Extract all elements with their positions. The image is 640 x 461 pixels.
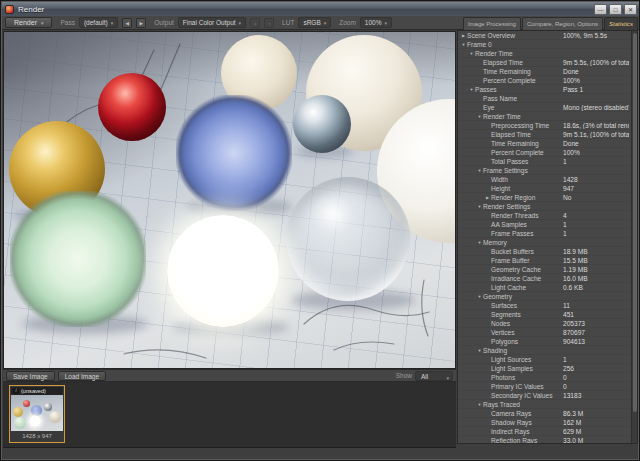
stats-row[interactable]: Light Samples256 [458,364,631,373]
mint-fuzzy-sphere [10,191,146,327]
prev-pass-button[interactable]: ◀ [122,18,132,28]
stats-row[interactable]: Secondary IC Values13183 [458,391,631,400]
scrollbar-thumb[interactable] [633,33,637,412]
load-image-button[interactable]: Load Image [58,371,106,381]
expander-icon[interactable]: ▼ [476,348,483,353]
stats-row[interactable]: ▼Geometry [458,292,631,301]
minimize-button[interactable]: — [594,4,607,15]
stats-row[interactable]: Preprocessing Time18.6s, (3% of total re… [458,121,631,130]
stats-row[interactable]: Shadow Rays162 M [458,418,631,427]
expander-icon[interactable]: ▼ [468,51,475,56]
close-button[interactable]: ✕ [624,4,637,15]
stats-row[interactable]: Indirect Rays629 M [458,427,631,436]
vertical-scrollbar[interactable] [631,31,637,443]
stats-row[interactable]: ▼Render Settings [458,202,631,211]
stats-row[interactable]: Light Cache0.6 KB [458,283,631,292]
output-dropdown[interactable]: Final Color Output ▾ [178,17,246,28]
stats-row[interactable]: ▼Render Time [458,49,631,58]
stats-row[interactable]: Render Threads4 [458,211,631,220]
stats-row[interactable]: ▼Frame Settings [458,166,631,175]
next-pass-button[interactable]: ▶ [136,18,146,28]
stat-value: Done [563,140,629,147]
stats-row[interactable]: ▼Render Time [458,112,631,121]
stat-label: Render Region [491,194,535,201]
stats-row[interactable]: ▼Rays Traced [458,400,631,409]
tab-statistics[interactable]: Statistics [604,17,638,30]
expander-icon[interactable]: ▶ [484,195,491,200]
stats-row[interactable]: Frame Passes1 [458,229,631,238]
bottom-bar: Save Image Load Image Show All ▾ [3,369,456,382]
stats-row[interactable]: Geometry Cache1.19 MB [458,265,631,274]
stats-row[interactable]: Time RemainingDone [458,139,631,148]
stats-row[interactable]: ▶Render RegionNo [458,193,631,202]
stat-label: Frame Passes [491,230,534,237]
expander-icon[interactable]: ▶ [460,33,467,38]
stats-row[interactable]: Irradiance Cache16.0 MB [458,274,631,283]
show-dropdown[interactable]: All ▾ [415,371,453,381]
thumb-red-dot [23,400,30,407]
expander-icon[interactable]: ▼ [476,204,483,209]
stats-row[interactable]: ▼Shading [458,346,631,355]
stats-row[interactable]: EyeMono (stereo disabled) [458,103,631,112]
stereo-left-eye-icon: ◕ [250,18,260,28]
stats-row[interactable]: Polygons904613 [458,337,631,346]
tab-compare-region-options[interactable]: Compare, Region, Options [522,17,603,30]
stats-row[interactable]: Photons0 [458,373,631,382]
expander-icon[interactable]: ▼ [476,402,483,407]
maximize-button[interactable]: □ [609,4,622,15]
stats-row[interactable]: Camera Rays86.3 M [458,409,631,418]
stats-row[interactable]: AA Samples1 [458,220,631,229]
thumbnail-selected[interactable]: i (unsaved) 1428 x 947 [9,385,65,443]
render-button[interactable]: Render ▾ [5,17,52,28]
glowing-sphere [167,215,279,327]
stats-row[interactable]: Nodes205373 [458,319,631,328]
expander-icon[interactable]: ▼ [476,114,483,119]
stats-row[interactable]: Light Sources1 [458,355,631,364]
save-image-button[interactable]: Save Image [6,371,55,381]
expander-icon[interactable]: ▼ [476,240,483,245]
zoom-dropdown[interactable]: 100% ▾ [360,17,392,28]
pass-dropdown[interactable]: (default) ▾ [79,17,118,28]
stats-row[interactable]: Surfaces11 [458,301,631,310]
stats-row[interactable]: Elapsed Time9m 5.5s, (100% of total scan… [458,58,631,67]
stats-row[interactable]: Segments451 [458,310,631,319]
stats-row[interactable]: Percent Complete100% [458,76,631,85]
stats-row[interactable]: Width1428 [458,175,631,184]
stat-value: 16.0 MB [563,275,629,282]
tree-indent [458,296,476,297]
stats-row[interactable]: ▶Scene Overview100%, 9m 5.5s [458,31,631,40]
thumb-chrome-dot [44,403,52,411]
thumbnail-banner: i (unsaved) [11,387,63,395]
tab-image-processing[interactable]: Image Processing [463,17,521,30]
thumbnail-size: 1428 x 947 [11,431,63,441]
thumbnail-image [11,395,63,431]
expander-icon[interactable]: ▼ [468,87,475,92]
stats-row[interactable]: Time RemainingDone [458,67,631,76]
thumbnail-strip[interactable]: i (unsaved) 1428 x 947 [3,382,456,448]
show-value: All [421,373,428,380]
stats-row[interactable]: Bucket Buffers18.9 MB [458,247,631,256]
stats-row[interactable]: Frame Buffer15.5 MB [458,256,631,265]
stat-value: 0 [563,374,629,381]
stats-row[interactable]: Height947 [458,184,631,193]
expander-icon[interactable]: ▼ [460,42,467,47]
stats-row[interactable]: Vertices870697 [458,328,631,337]
stats-row[interactable]: Primary IC Values0 [458,382,631,391]
titlebar[interactable]: Render — □ ✕ [2,2,640,16]
lut-dropdown[interactable]: sRGB ▾ [298,17,331,28]
stats-row[interactable]: Reflection Rays33.0 M [458,436,631,443]
expander-icon[interactable]: ▼ [476,168,483,173]
stats-row[interactable]: ▼Frame 0 [458,40,631,49]
info-icon[interactable]: i [13,388,19,394]
stats-row[interactable]: Elapsed Time9m 5.1s, (100% of total fram… [458,130,631,139]
render-viewport[interactable] [3,31,456,369]
expander-icon[interactable]: ▼ [476,294,483,299]
stat-value: 904613 [563,338,629,345]
stats-row[interactable]: Percent Complete100% [458,148,631,157]
stats-row[interactable]: ▼PassesPass 1 [458,85,631,94]
stats-row[interactable]: ▼Memory [458,238,631,247]
stats-row[interactable]: Total Passes1 [458,157,631,166]
tree-indent [458,188,484,189]
stats-row[interactable]: Pass Name [458,94,631,103]
stat-label: Secondary IC Values [491,392,552,399]
